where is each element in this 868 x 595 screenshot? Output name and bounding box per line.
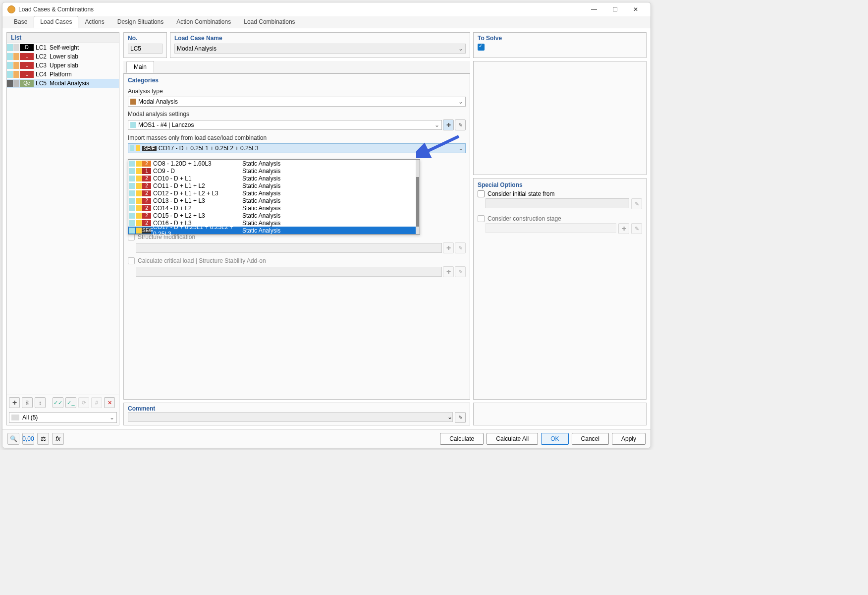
new-icon: ✚: [618, 223, 629, 234]
sort-icon[interactable]: ↕: [35, 397, 46, 408]
new-icon[interactable]: ✚: [443, 242, 454, 253]
new-icon[interactable]: ✚: [443, 266, 454, 277]
to-solve-field: To Solve: [473, 32, 647, 58]
dialog-footer: 🔍 0,00 ⚖ fx Calculate Calculate All OK C…: [2, 429, 651, 448]
construction-stage-checkbox[interactable]: [478, 215, 485, 222]
load-case-row[interactable]: QeLC5Modal Analysis: [7, 79, 119, 88]
delete-icon[interactable]: ✕: [104, 397, 115, 408]
dropdown-item[interactable]: 2CO8 - 1.20D + 1.60L3Static Analysis: [128, 160, 416, 167]
import-dropdown-list[interactable]: 2CO8 - 1.20D + 1.60L3Static Analysis1CO9…: [128, 159, 420, 235]
critical-load-checkbox[interactable]: [128, 257, 135, 264]
initial-state-checkbox[interactable]: [478, 190, 485, 197]
filter-swatch: [11, 415, 19, 420]
filter-dropdown[interactable]: All (5) ⌄: [9, 412, 117, 423]
structure-mod-checkbox[interactable]: [128, 234, 135, 240]
tab-load-cases[interactable]: Load Cases: [34, 16, 78, 28]
comment-label: Comment: [128, 405, 466, 412]
dropdown-item[interactable]: 2CO14 - D + L2Static Analysis: [128, 204, 416, 212]
cancel-button[interactable]: Cancel: [572, 433, 609, 445]
filter-value: All (5): [22, 414, 109, 421]
new-icon[interactable]: ✚: [9, 397, 20, 408]
dropdown-item[interactable]: 2CO11 - D + L1 + L2Static Analysis: [128, 182, 416, 189]
dropdown-item[interactable]: 2CO10 - D + L1Static Analysis: [128, 175, 416, 182]
import-masses-dropdown[interactable]: SE/E CO17 - D + 0.25L1 + 0.25L2 + 0.25L3…: [128, 143, 466, 153]
list-toolbar: ✚ ⎘ ↕ ✓✓ ✓_ ⟳ # ✕: [7, 395, 119, 410]
load-case-row[interactable]: DLC1Self-weight: [7, 43, 119, 52]
load-case-list[interactable]: DLC1Self-weightLLC2Lower slabLLC3Upper s…: [7, 43, 119, 395]
svg-line-0: [423, 136, 459, 153]
name-field: Load Case Name Modal Analysis ⌄: [170, 32, 470, 58]
bottom-right-box: [473, 403, 647, 425]
edit-icon[interactable]: ✎: [455, 242, 466, 253]
copy-icon[interactable]: ⎘: [22, 397, 33, 408]
analysis-type-dropdown[interactable]: Modal Analysis ⌄: [128, 97, 466, 107]
dialog-window: Load Cases & Combinations — ☐ ✕ Base Loa…: [2, 2, 651, 448]
comment-section: Comment ⌄ ✎: [123, 403, 470, 425]
load-case-row[interactable]: LLC2Lower slab: [7, 52, 119, 61]
list-header: List: [7, 33, 119, 43]
chevron-down-icon: ⌄: [458, 98, 463, 105]
new-settings-icon[interactable]: ✚: [443, 119, 454, 130]
search-icon[interactable]: 🔍: [7, 433, 19, 445]
edit-icon[interactable]: ✎: [631, 198, 642, 209]
uncheck-all-icon[interactable]: ✓_: [65, 397, 76, 408]
load-case-row[interactable]: LLC3Upper slab: [7, 61, 119, 70]
modal-settings-dropdown[interactable]: MOS1 - #4 | Lanczos ⌄: [128, 120, 442, 130]
units-icon[interactable]: 0,00: [22, 433, 34, 445]
name-input[interactable]: Modal Analysis ⌄: [174, 44, 466, 54]
apply-button[interactable]: Apply: [612, 433, 646, 445]
chevron-down-icon: ⌄: [109, 414, 114, 421]
titlebar: Load Cases & Combinations — ☐ ✕: [2, 2, 651, 16]
load-case-row[interactable]: LLC4Platform: [7, 70, 119, 79]
close-button[interactable]: ✕: [626, 3, 646, 15]
app-icon: [7, 5, 15, 13]
dropdown-item[interactable]: 2CO12 - D + L1 + L2 + L3Static Analysis: [128, 189, 416, 197]
tab-action-combinations[interactable]: Action Combinations: [170, 16, 237, 28]
comment-input[interactable]: ⌄: [128, 412, 453, 422]
main-panel: Categories Analysis type Modal Analysis …: [123, 73, 470, 400]
modal-settings-label: Modal analysis settings: [128, 111, 466, 118]
initial-state-dropdown: [486, 198, 629, 208]
scrollbar[interactable]: [416, 160, 420, 234]
tab-base[interactable]: Base: [7, 16, 34, 28]
no-label: No.: [128, 35, 163, 42]
initial-state-label: Consider initial state from: [488, 190, 554, 197]
refresh-icon[interactable]: ⟳: [78, 397, 89, 408]
tab-load-combinations[interactable]: Load Combinations: [237, 16, 301, 28]
comment-edit-icon[interactable]: ✎: [455, 412, 466, 423]
chevron-down-icon: ⌄: [434, 121, 439, 128]
construction-stage-dropdown: [486, 223, 616, 233]
tab-actions[interactable]: Actions: [78, 16, 110, 28]
special-options-box: Special Options Consider initial state f…: [473, 178, 647, 400]
no-input[interactable]: LC5: [128, 44, 163, 54]
categories-title: Categories: [128, 77, 466, 84]
calculate-button[interactable]: Calculate: [440, 433, 484, 445]
subtab-main[interactable]: Main: [126, 61, 154, 73]
ok-button[interactable]: OK: [541, 433, 568, 445]
to-solve-checkbox[interactable]: [478, 44, 485, 51]
dropdown-item[interactable]: SE/ECO17 - D + 0.25L1 + 0.25L2 + 0.25L3S…: [128, 227, 416, 234]
maximize-button[interactable]: ☐: [605, 3, 625, 15]
import-cat-badge: SE/E: [142, 146, 157, 151]
dropdown-item[interactable]: 2CO13 - D + L1 + L3Static Analysis: [128, 197, 416, 204]
check-all-icon[interactable]: ✓✓: [53, 397, 63, 408]
tab-design-situations[interactable]: Design Situations: [111, 16, 170, 28]
construction-stage-label: Consider construction stage: [488, 215, 561, 222]
sub-tab-bar: Main: [123, 61, 470, 73]
name-label: Load Case Name: [174, 35, 466, 42]
renumber-icon[interactable]: #: [91, 397, 102, 408]
modal-swatch: [130, 122, 136, 128]
dropdown-item[interactable]: 2CO15 - D + L2 + L3Static Analysis: [128, 212, 416, 219]
edit-icon[interactable]: ✎: [455, 266, 466, 277]
chevron-down-icon: ⌄: [458, 45, 463, 52]
annotation-arrow: [416, 133, 461, 158]
analysis-swatch: [130, 99, 136, 105]
tab-bar: Base Load Cases Actions Design Situation…: [2, 16, 651, 28]
minimize-button[interactable]: —: [584, 3, 604, 15]
edit-icon: ✎: [631, 223, 642, 234]
calculate-all-button[interactable]: Calculate All: [487, 433, 538, 445]
dropdown-item[interactable]: 1CO9 - DStatic Analysis: [128, 167, 416, 175]
function-icon[interactable]: fx: [52, 433, 64, 445]
standards-icon[interactable]: ⚖: [37, 433, 49, 445]
edit-settings-icon[interactable]: ✎: [455, 119, 466, 130]
